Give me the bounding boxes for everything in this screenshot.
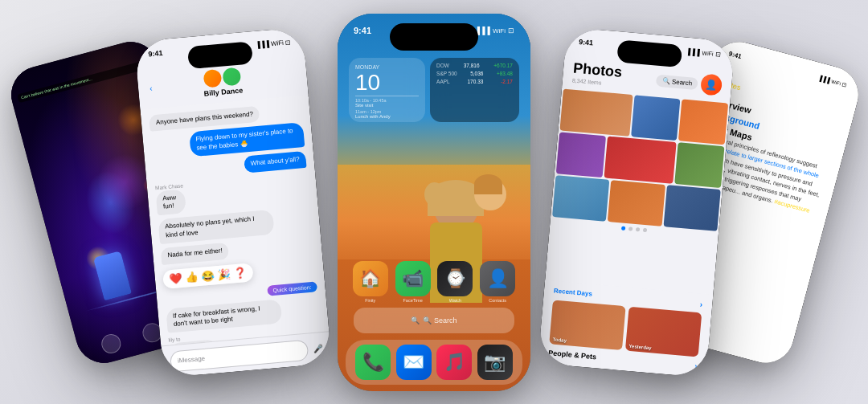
notes-status-icons: ▐▐▐ WiFi ⊡: [817, 75, 848, 88]
contact-avatar-2: [222, 67, 241, 87]
messages-back-button[interactable]: ‹: [149, 84, 153, 92]
recent-thumb-yesterday[interactable]: Yesterday: [625, 307, 702, 357]
photo-thumb-9[interactable]: [663, 185, 721, 231]
reaction-haha: 😂: [201, 269, 215, 282]
finity-icon: 🏠: [353, 261, 388, 296]
facetime-label: FaceTime: [395, 298, 431, 303]
messages-time: 9:41: [148, 49, 163, 59]
home-search-bar[interactable]: 🔍 🔍 Search: [354, 308, 514, 333]
tapback-reactions: ❤️ 👍 😂 🎉 ❓: [162, 263, 254, 289]
dot-1: [621, 226, 625, 230]
home-time: 9:41: [354, 26, 371, 35]
contacts-label: Contacts: [480, 298, 515, 303]
recent-thumbs: Today Yesterday: [549, 300, 702, 357]
messages-mic-icon[interactable]: 🎤: [313, 344, 323, 353]
photo-thumb-5[interactable]: [604, 137, 677, 184]
today-label: Today: [552, 337, 567, 343]
stock-dow: DOW 37,816 +670.17: [436, 63, 513, 68]
calendar-widget[interactable]: MONDAY 10 10:10a - 10:45a Site visit 11a…: [349, 58, 425, 122]
app-finity[interactable]: 🏠 Finity: [353, 261, 388, 303]
recent-days-section: Recent Days › Today Yesterday People & P…: [538, 280, 713, 377]
messages-contact-name[interactable]: Billy Dance: [203, 86, 243, 97]
phone-messages: 9:41 ▐▐▐ WiFi ⊡ ‹ Billy Dance: [134, 27, 332, 378]
app-watch[interactable]: ⌚ Watch: [437, 261, 473, 303]
facetime-icon: 📹: [395, 261, 431, 296]
dot-4: [643, 228, 647, 232]
calendar-date: 10: [355, 71, 419, 94]
stock-sp-value: 5,036: [470, 71, 483, 76]
photos-search-button[interactable]: 🔍 Search: [656, 74, 698, 89]
search-icon: 🔍: [411, 316, 420, 324]
dock-phone[interactable]: 📞: [355, 345, 391, 380]
phone-home: 9:41 ▐▐▐ WiFi ⊡ MONDAY 10 10:10a - 10:45…: [338, 14, 530, 391]
stocks-widget[interactable]: DOW 37,816 +670.17 S&P 500 5,036 +83.48 …: [430, 58, 519, 122]
notes-status-bar: 9:41 ▐▐▐ WiFi ⊡: [728, 50, 848, 88]
msg-group-1: Mark Chase Aww fun!: [155, 182, 197, 216]
photo-thumb-3[interactable]: [678, 99, 728, 145]
msg-bubble-4: Aww fun!: [155, 189, 186, 216]
photo-thumb-1[interactable]: [559, 89, 633, 137]
messages-contact-area: Billy Dance: [202, 67, 243, 98]
dock-music[interactable]: 🎵: [436, 345, 472, 380]
search-label: 🔍 Search: [423, 316, 457, 324]
app-facetime[interactable]: 📹 FaceTime: [395, 261, 431, 303]
reaction-party: 🎉: [217, 267, 231, 280]
people-pets-arrow[interactable]: ›: [694, 361, 698, 370]
photo-thumb-2[interactable]: [631, 95, 681, 141]
recent-days-label: Recent Days: [553, 287, 592, 299]
sender-mark: Mark Chase: [155, 182, 194, 190]
home-dock-area: 🏠 Finity 📹 FaceTime ⌚ Wat: [338, 261, 530, 391]
messages-body: Anyone have plans this weekend? Flying d…: [141, 95, 330, 345]
photo-thumb-4[interactable]: [556, 132, 606, 178]
home-widgets: MONDAY 10 10:10a - 10:45a Site visit 11a…: [349, 58, 519, 122]
messages-input-field[interactable]: iMessage: [170, 339, 309, 372]
stock-dow-name: DOW: [436, 63, 449, 68]
msg-bubble-3: What about y'all?: [244, 151, 307, 173]
home-dock: 📞 ✉️ 🎵 📷: [346, 340, 522, 385]
home-app-row: 🏠 Finity 📹 FaceTime ⌚ Wat: [346, 261, 522, 303]
photo-thumb-7[interactable]: [552, 175, 610, 222]
home-screen: 9:41 ▐▐▐ WiFi ⊡ MONDAY 10 10:10a - 10:45…: [338, 14, 530, 391]
calendar-day: MONDAY: [355, 64, 419, 70]
photo-thumb-8[interactable]: [608, 180, 665, 226]
photos-screen: 9:41 ▐▐▐ WiFi ⊡ Photos 8,342 Items 🔍 Sea…: [538, 27, 735, 378]
dock-mail[interactable]: ✉️: [396, 345, 432, 380]
reaction-thumbs-up: 👍: [185, 271, 199, 284]
stock-sp500: S&P 500 5,036 +83.48: [436, 71, 513, 76]
msg-bubble-5: Absolutely no plans yet, which I kind of…: [158, 210, 275, 244]
game-hud: Can't believe that was in the movement..…: [17, 59, 153, 103]
photo-thumb-6[interactable]: [674, 142, 724, 188]
photos-grid: Recent Days › Today Yesterday People & P…: [538, 87, 730, 377]
stock-sp-name: S&P 500: [436, 71, 457, 76]
dot-3: [636, 227, 640, 231]
msg-bubble-7: If cake for breakfast is wrong, I don't …: [166, 299, 282, 333]
messages-screen: 9:41 ▐▐▐ WiFi ⊡ ‹ Billy Dance: [134, 27, 332, 378]
stock-aapl-value: 170.33: [468, 79, 484, 84]
phone-photos: 9:41 ▐▐▐ WiFi ⊡ Photos 8,342 Items 🔍 Sea…: [538, 27, 735, 378]
recent-days-arrow[interactable]: ›: [699, 300, 702, 308]
people-pets-label: People & Pets: [548, 349, 597, 361]
watch-icon: ⌚: [437, 261, 473, 296]
quick-question-button[interactable]: Quick question:: [267, 281, 317, 296]
stock-sp-change: +83.48: [497, 71, 513, 76]
watch-label: Watch: [437, 298, 473, 303]
messages-placeholder: iMessage: [178, 355, 206, 365]
messages-avatar-group: [203, 67, 242, 88]
contacts-icon: 👤: [480, 261, 515, 296]
photos-profile-icon[interactable]: 👤: [700, 73, 723, 96]
game-hud-text: Can't believe that was in the movement..…: [20, 61, 149, 100]
photos-title-group: Photos 8,342 Items: [572, 60, 623, 88]
yesterday-label: Yesterday: [628, 344, 652, 350]
dock-camera[interactable]: 📷: [477, 345, 513, 380]
game-btn-1[interactable]: [100, 332, 123, 355]
photos-time: 9:41: [579, 38, 594, 47]
photos-header-actions: 🔍 Search 👤: [656, 70, 723, 96]
finity-label: Finity: [353, 298, 388, 303]
contact-avatar-1: [203, 69, 223, 88]
stock-dow-value: 37,816: [464, 63, 480, 68]
reaction-question: ❓: [233, 266, 247, 279]
phones-container: Can't believe that was in the movement..…: [0, 0, 868, 404]
dot-2: [628, 226, 633, 231]
recent-thumb-today[interactable]: Today: [549, 300, 625, 350]
app-contacts[interactable]: 👤 Contacts: [480, 261, 515, 303]
